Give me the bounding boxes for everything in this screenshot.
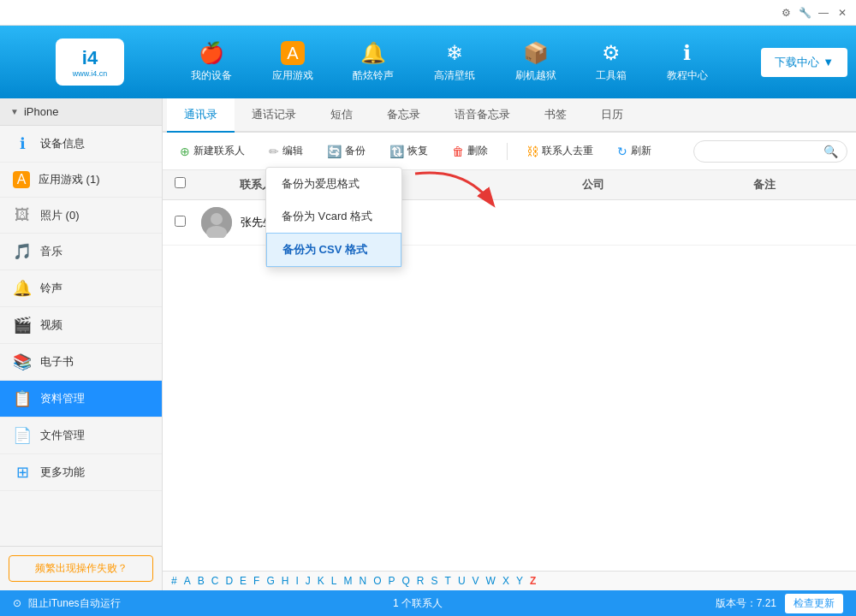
alpha-letter-Z[interactable]: Z — [530, 575, 536, 587]
device-name: iPhone — [24, 105, 58, 118]
nav-ringtone[interactable]: 🔔 酷炫铃声 — [342, 34, 404, 90]
sidebar-item-file-mgmt[interactable]: 📄 文件管理 — [0, 418, 162, 454]
sidebar-item-video[interactable]: 🎬 视频 — [0, 307, 162, 344]
collapse-arrow-icon[interactable]: ▼ — [10, 107, 19, 116]
edit-label: 编辑 — [282, 144, 303, 158]
merge-label: 联系人去重 — [542, 144, 593, 158]
alpha-letter-C[interactable]: C — [211, 575, 219, 587]
alpha-letter-D[interactable]: D — [225, 575, 233, 587]
sidebar-item-photos-label: 照片 (0) — [40, 208, 80, 223]
frequent-error-button[interactable]: 频繁出现操作失败？ — [9, 555, 153, 582]
avatar — [201, 207, 232, 238]
alpha-letter-T[interactable]: T — [445, 575, 451, 587]
nav-my-device[interactable]: 🍎 我的设备 — [181, 34, 242, 90]
alpha-letter-O[interactable]: O — [373, 575, 381, 587]
sidebar-item-ebook[interactable]: 📚 电子书 — [0, 344, 162, 381]
alpha-letter-Q[interactable]: Q — [402, 575, 410, 587]
alpha-letter-E[interactable]: E — [240, 575, 247, 587]
alpha-letter-Y[interactable]: Y — [516, 575, 523, 587]
nav-bar: 🍎 我的设备 A 应用游戏 🔔 酷炫铃声 ❄ 高清壁纸 📦 刷机越狱 ⚙ 工具箱… — [171, 26, 728, 98]
note-col-header: 备注 — [753, 177, 856, 192]
delete-button[interactable]: 🗑 删除 — [443, 139, 496, 163]
toolbar-separator — [507, 143, 508, 160]
check-all-checkbox[interactable] — [175, 177, 186, 188]
nav-app-game[interactable]: A 应用游戏 — [262, 34, 324, 90]
new-contact-button[interactable]: ⊕ 新建联系人 — [171, 139, 253, 163]
alpha-letter-A[interactable]: A — [184, 575, 191, 587]
alpha-letter-L[interactable]: L — [331, 575, 337, 587]
search-box[interactable]: 🔍 — [693, 140, 847, 163]
alpha-letter-W[interactable]: W — [486, 575, 496, 587]
sidebar-item-more[interactable]: ⊞ 更多功能 — [0, 454, 162, 491]
row-checkbox[interactable] — [175, 216, 186, 227]
download-icon: ▼ — [823, 56, 834, 68]
alpha-letter-P[interactable]: P — [389, 575, 395, 587]
app-icon: A — [281, 41, 305, 65]
sidebar-item-ringtone[interactable]: 🔔 铃声 — [0, 270, 162, 307]
alpha-letter-K[interactable]: K — [318, 575, 324, 587]
sidebar-item-photos[interactable]: 🖼 照片 (0) — [0, 198, 162, 234]
backup-button[interactable]: 🔄 备份 — [318, 139, 374, 163]
header: i4 www.i4.cn 🍎 我的设备 A 应用游戏 🔔 酷炫铃声 ❄ 高清壁纸… — [0, 26, 856, 98]
tab-calendar[interactable]: 日历 — [584, 98, 640, 133]
alpha-index-bar: #ABCDEFGHIJKLMNOPQRSTUVWXYZ — [163, 571, 856, 590]
restore-button[interactable]: 🔃 恢复 — [381, 139, 437, 163]
download-center-button[interactable]: 下载中心 ▼ — [761, 48, 847, 77]
wrench-title-icon[interactable]: 🔧 — [798, 6, 811, 20]
backup-csv-option[interactable]: 备份为 CSV 格式 — [266, 233, 401, 267]
alpha-letter-M[interactable]: M — [343, 575, 352, 587]
nav-tutorial[interactable]: ℹ 教程中心 — [657, 34, 718, 90]
nav-wallpaper-label: 高清壁纸 — [434, 68, 475, 83]
settings-title-icon[interactable]: ⚙ — [779, 6, 793, 20]
status-right: 版本号：7.21 检查更新 — [716, 594, 843, 613]
check-update-button[interactable]: 检查更新 — [785, 594, 843, 613]
nav-wallpaper[interactable]: ❄ 高清壁纸 — [424, 34, 485, 90]
tab-call-log[interactable]: 通话记录 — [235, 98, 313, 133]
logo-box[interactable]: i4 www.i4.cn — [56, 38, 124, 86]
alpha-letter-H[interactable]: H — [282, 575, 289, 587]
tab-sms[interactable]: 短信 — [313, 98, 370, 133]
alpha-letter-F[interactable]: F — [253, 575, 259, 587]
search-icon[interactable]: 🔍 — [823, 145, 838, 158]
alpha-letter-J[interactable]: J — [306, 575, 311, 587]
minimize-button[interactable]: — — [817, 6, 830, 20]
alpha-letter-S[interactable]: S — [431, 575, 438, 587]
sidebar-item-device-info[interactable]: ℹ 设备信息 — [0, 126, 162, 163]
sidebar-item-music[interactable]: 🎵 音乐 — [0, 234, 162, 270]
alpha-letter-B[interactable]: B — [198, 575, 205, 587]
refresh-button[interactable]: ↻ 刷新 — [609, 139, 660, 163]
refresh-icon: ↻ — [617, 145, 627, 158]
backup-i4-option[interactable]: 备份为爱思格式 — [266, 168, 401, 200]
bell-icon: 🔔 — [360, 41, 386, 65]
alpha-letter-R[interactable]: R — [417, 575, 425, 587]
tab-voice-notes[interactable]: 语音备忘录 — [437, 98, 527, 133]
info-icon: ℹ — [683, 41, 691, 65]
alpha-letter-I[interactable]: I — [295, 575, 298, 587]
sidebar: ▼ iPhone ℹ 设备信息 A 应用游戏 (1) 🖼 照片 (0) 🎵 音乐… — [0, 98, 163, 590]
sidebar-item-apps[interactable]: A 应用游戏 (1) — [0, 163, 162, 198]
refresh-label: 刷新 — [631, 144, 651, 158]
alpha-letter-U[interactable]: U — [458, 575, 466, 587]
tab-notes[interactable]: 备忘录 — [370, 98, 437, 133]
alpha-letter-#[interactable]: # — [171, 575, 177, 587]
alpha-letter-X[interactable]: X — [502, 575, 509, 587]
merge-contacts-button[interactable]: ⛓ 联系人去重 — [518, 139, 602, 163]
sidebar-item-data-mgmt[interactable]: 📋 资料管理 — [0, 381, 162, 418]
nav-jailbreak[interactable]: 📦 刷机越狱 — [505, 34, 567, 90]
nav-my-device-label: 我的设备 — [191, 68, 232, 83]
alpha-letter-G[interactable]: G — [266, 575, 274, 587]
backup-vcard-option[interactable]: 备份为 Vcard 格式 — [266, 200, 401, 233]
merge-icon: ⛓ — [526, 145, 538, 158]
ebook-icon: 📚 — [13, 352, 32, 371]
search-input[interactable] — [703, 145, 823, 157]
alpha-letter-N[interactable]: N — [359, 575, 366, 587]
plus-circle-icon: ⊕ — [180, 145, 190, 158]
nav-tools[interactable]: ⚙ 工具箱 — [586, 34, 637, 90]
tab-contacts[interactable]: 通讯录 — [167, 98, 235, 133]
phone-col-header — [479, 177, 582, 192]
edit-button[interactable]: ✏ 编辑 — [260, 139, 312, 163]
tab-bookmarks[interactable]: 书签 — [527, 98, 584, 133]
alpha-letter-V[interactable]: V — [473, 575, 479, 587]
close-button[interactable]: ✕ — [835, 6, 849, 20]
sidebar-item-music-label: 音乐 — [40, 244, 62, 259]
